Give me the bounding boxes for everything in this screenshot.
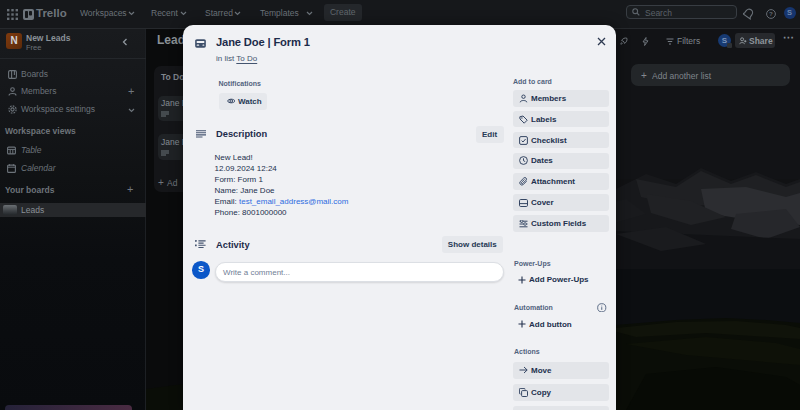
svg-text:?: ? — [769, 10, 773, 17]
